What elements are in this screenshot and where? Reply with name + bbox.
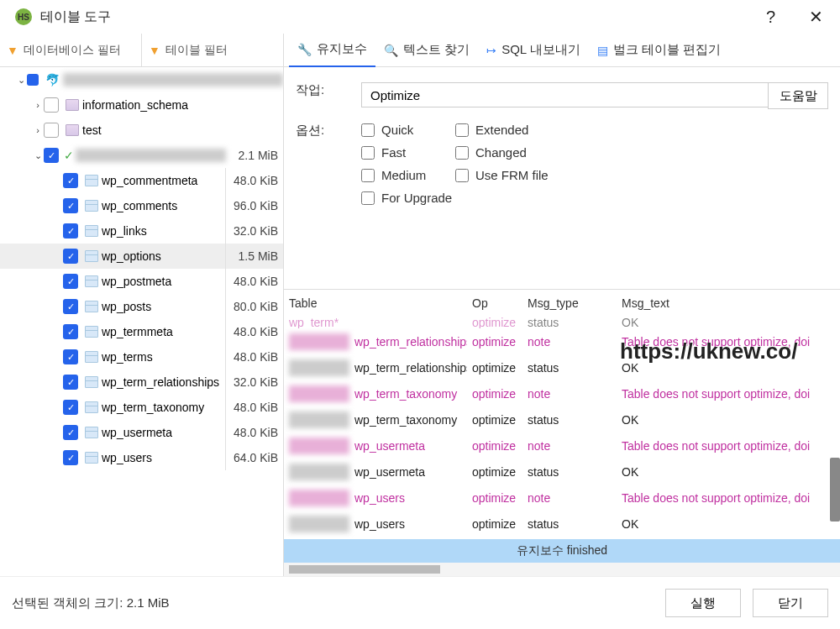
table-size: 48.0 KiB xyxy=(226,350,278,364)
table-node[interactable]: ✓ wp_comments 96.0 KiB xyxy=(0,193,283,218)
help-button[interactable]: 도움말 xyxy=(768,82,828,109)
option-use-frm-file[interactable]: Use FRM file xyxy=(455,168,581,182)
table-node[interactable]: ✓ wp_usermeta 48.0 KiB xyxy=(0,420,283,445)
help-button[interactable]: ? xyxy=(766,8,775,27)
horizontal-scrollbar[interactable] xyxy=(284,563,840,576)
result-op: optimize xyxy=(467,413,522,427)
checkbox[interactable] xyxy=(361,146,375,160)
result-row[interactable]: wp_term_relationships optimize status OK xyxy=(284,354,840,380)
option-label: Extended xyxy=(475,123,528,137)
results-body[interactable]: wp_term*optimizestatusOK wp_term_relatio… xyxy=(284,317,840,539)
table-name: wp_term_relationships xyxy=(102,375,226,389)
option-medium[interactable]: Medium xyxy=(361,168,455,182)
checkbox[interactable] xyxy=(361,123,375,137)
checkbox-checked-icon[interactable]: ✓ xyxy=(63,400,78,415)
table-node[interactable]: ✓ wp_terms 48.0 KiB xyxy=(0,344,283,370)
checkbox[interactable] xyxy=(455,123,469,137)
checkbox-checked-icon[interactable]: ✓ xyxy=(63,375,78,390)
result-table: wp_usermeta xyxy=(349,439,467,453)
filter-icon: ▼ xyxy=(7,44,18,57)
database-node[interactable]: › information_schema xyxy=(0,92,283,118)
table-node[interactable]: ✓ wp_commentmeta 48.0 KiB xyxy=(0,168,283,193)
close-button[interactable]: ✕ xyxy=(809,7,823,27)
run-button[interactable]: 실행 xyxy=(665,589,741,617)
tab-icon: 🔧 xyxy=(297,43,312,56)
result-row[interactable]: wp_usermeta optimize status OK xyxy=(284,459,840,485)
checkbox-checked-icon[interactable]: ✓ xyxy=(63,349,78,364)
option-for-upgrade[interactable]: For Upgrade xyxy=(361,191,455,205)
table-node[interactable]: ✓ wp_termmeta 48.0 KiB xyxy=(0,319,283,344)
option-fast[interactable]: Fast xyxy=(361,145,455,160)
table-node[interactable]: ✓ wp_posts 80.0 KiB xyxy=(0,294,283,319)
result-row[interactable]: wp_term_taxonomy optimize note Table doe… xyxy=(284,380,840,406)
action-select[interactable]: Optimize ⌄ xyxy=(361,82,828,107)
tab-텍스트 찾기[interactable]: 🔍텍스트 찾기 xyxy=(375,34,478,67)
checkbox-checked-icon[interactable]: ✓ xyxy=(63,425,78,440)
checkbox-checked-icon[interactable]: ✓ xyxy=(63,450,78,465)
result-row[interactable]: wp_users optimize note Table does not su… xyxy=(284,485,840,511)
tab-bar: 🔧유지보수🔍텍스트 찾기↦SQL 내보내기▤벌크 테이블 편집기 xyxy=(284,34,840,67)
col-op[interactable]: Op xyxy=(467,296,522,310)
tab-유지보수[interactable]: 🔧유지보수 xyxy=(289,34,375,67)
checkbox-checked-icon[interactable]: ✓ xyxy=(63,173,78,188)
option-extended[interactable]: Extended xyxy=(455,123,581,137)
table-icon xyxy=(85,401,98,413)
collapse-icon[interactable]: ⌄ xyxy=(15,75,27,86)
database-node-selected[interactable]: ⌄ ✓ ✓ ████ 2.1 MiB xyxy=(0,143,283,168)
result-text: OK xyxy=(617,413,840,427)
checkbox-checked-icon[interactable]: ✓ xyxy=(63,249,78,264)
database-node[interactable]: › test xyxy=(0,118,283,143)
table-node[interactable]: ✓ wp_options 1.5 MiB xyxy=(0,244,283,269)
col-msg-text[interactable]: Msg_text xyxy=(617,296,840,310)
checkbox-checked-icon[interactable]: ✓ xyxy=(63,223,78,238)
option-label: Use FRM file xyxy=(475,168,549,182)
checkbox-checked-icon[interactable]: ✓ xyxy=(63,299,78,314)
checkbox-empty-icon[interactable] xyxy=(44,97,59,113)
table-size: 96.0 KiB xyxy=(226,199,278,212)
checkbox-checked-icon[interactable]: ✓ xyxy=(63,198,78,213)
option-quick[interactable]: Quick xyxy=(361,123,455,137)
col-table[interactable]: Table xyxy=(284,296,467,310)
table-size: 32.0 KiB xyxy=(226,224,278,238)
result-row[interactable]: wp_users optimize status OK xyxy=(284,511,840,537)
result-row[interactable]: wp_term_taxonomy optimize status OK xyxy=(284,406,840,432)
col-msg-type[interactable]: Msg_type xyxy=(522,296,617,310)
table-filter[interactable]: ▼ 테이블 필터 xyxy=(142,34,283,66)
table-node[interactable]: ✓ wp_users 64.0 KiB xyxy=(0,445,283,470)
collapse-icon[interactable]: ⌄ xyxy=(32,150,44,161)
checkbox[interactable] xyxy=(361,191,375,205)
table-icon xyxy=(85,427,98,438)
checkbox-checked-icon[interactable]: ✓ xyxy=(44,148,59,163)
dolphin-icon: 🐬 xyxy=(45,73,60,86)
expand-icon[interactable]: › xyxy=(32,100,44,110)
checkbox[interactable] xyxy=(455,146,469,160)
result-text: Table does not support optimize, doi xyxy=(617,491,840,505)
checkbox-empty-icon[interactable] xyxy=(44,123,59,138)
blurred-cell xyxy=(289,438,349,454)
checkbox[interactable] xyxy=(455,169,469,182)
connection-node[interactable]: ⌄ 🐬 ████ xyxy=(0,67,283,92)
option-changed[interactable]: Changed xyxy=(455,145,581,160)
result-table: wp_users xyxy=(349,491,467,505)
tab-벌크 테이블 편집기[interactable]: ▤벌크 테이블 편집기 xyxy=(589,34,729,67)
table-node[interactable]: ✓ wp_links 32.0 KiB xyxy=(0,218,283,244)
table-node[interactable]: ✓ wp_term_relationships 32.0 KiB xyxy=(0,370,283,395)
checkbox-checked-icon[interactable] xyxy=(27,74,39,86)
vertical-scrollbar[interactable] xyxy=(830,458,840,522)
result-row[interactable]: wp_term_relationships optimize note Tabl… xyxy=(284,328,840,354)
checkbox-checked-icon[interactable]: ✓ xyxy=(63,324,78,339)
result-type: status xyxy=(522,465,617,479)
result-row[interactable]: wp_usermeta optimize note Table does not… xyxy=(284,432,840,459)
checkbox-checked-icon[interactable]: ✓ xyxy=(63,274,78,289)
expand-icon[interactable]: › xyxy=(32,125,44,135)
result-text: Table does not support optimize, doi xyxy=(617,335,840,349)
db-tree[interactable]: ⌄ 🐬 ████ › information_schema› test ⌄ ✓ … xyxy=(0,67,283,576)
table-icon xyxy=(85,175,98,186)
checkbox[interactable] xyxy=(361,169,375,182)
table-icon xyxy=(85,301,98,312)
table-node[interactable]: ✓ wp_term_taxonomy 48.0 KiB xyxy=(0,395,283,420)
table-node[interactable]: ✓ wp_postmeta 48.0 KiB xyxy=(0,269,283,294)
tab-SQL 내보내기[interactable]: ↦SQL 내보내기 xyxy=(478,34,589,67)
close-button[interactable]: 닫기 xyxy=(753,589,828,617)
database-filter[interactable]: ▼ 데이터베이스 필터 xyxy=(0,34,142,66)
